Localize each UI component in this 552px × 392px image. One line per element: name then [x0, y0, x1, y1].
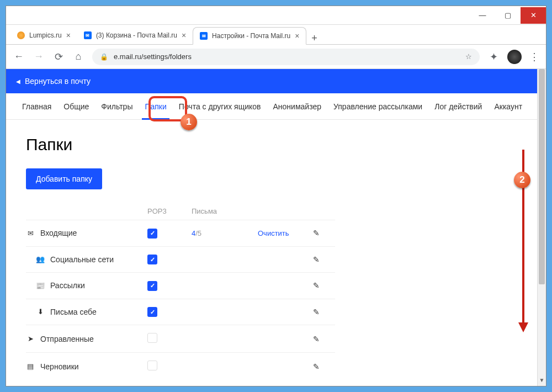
- folder-name-cell: ✉Входящие: [26, 229, 147, 237]
- page-title: Папки: [26, 135, 517, 154]
- table-row: ▤Черновики✎: [26, 352, 335, 380]
- browser-tab[interactable]: ✉ Настройки - Почта Mail.ru ×: [193, 27, 306, 45]
- home-icon[interactable]: ⌂: [72, 51, 84, 62]
- edit-icon[interactable]: ✎: [313, 281, 335, 290]
- folder-name-cell: ➤Отправленные: [26, 335, 147, 343]
- add-folder-button[interactable]: Добавить папку: [26, 168, 102, 189]
- scrollbar[interactable]: ▲ ▼: [537, 69, 546, 386]
- tab-title: (3) Корзина - Почта Mail.ru: [96, 31, 177, 39]
- folder-icon: ▤: [26, 362, 35, 370]
- close-tab-icon[interactable]: ×: [182, 31, 186, 40]
- settings-tabs: ГлавнаяОбщиеФильтрыПапкиПочта с других я…: [6, 93, 537, 120]
- settings-tab-лог действий[interactable]: Лог действий: [428, 93, 488, 120]
- col-pop3: POP3: [147, 207, 192, 215]
- settings-tab-папки[interactable]: Папки: [139, 93, 172, 120]
- window-titlebar: — ▢ ✕: [6, 6, 546, 25]
- folder-name: Рассылки: [50, 281, 85, 290]
- settings-tab-главная[interactable]: Главная: [16, 93, 57, 120]
- folder-icon: 👥: [36, 255, 45, 263]
- folder-name-cell: 👥Социальные сети: [26, 255, 147, 264]
- menu-icon[interactable]: ⋮: [529, 51, 539, 63]
- pop3-checkbox[interactable]: [147, 333, 157, 343]
- url-text: e.mail.ru/settings/folders: [114, 52, 192, 61]
- minimize-button[interactable]: —: [470, 7, 495, 24]
- table-row: ➤Отправленные✎: [26, 325, 335, 352]
- return-label: Вернуться в почту: [25, 77, 91, 86]
- back-triangle-icon: ◀: [16, 78, 20, 84]
- profile-avatar[interactable]: [507, 50, 522, 64]
- folder-name-cell: ▤Черновики: [26, 362, 147, 371]
- browser-tab[interactable]: Lumpics.ru ×: [10, 27, 77, 44]
- page-content: ◀ Вернуться в почту ГлавнаяОбщиеФильтрыП…: [6, 69, 537, 386]
- edit-icon[interactable]: ✎: [313, 335, 335, 343]
- settings-tab-управление рассылками[interactable]: Управление рассылками: [327, 93, 428, 120]
- settings-tab-фильтры[interactable]: Фильтры: [95, 93, 139, 120]
- folder-name: Письма себе: [50, 308, 97, 316]
- scroll-thumb[interactable]: [539, 69, 545, 284]
- pop3-checkbox[interactable]: ✓: [147, 255, 157, 264]
- pop3-checkbox[interactable]: [147, 361, 157, 370]
- table-row: 👥Социальные сети✓✎: [26, 246, 335, 273]
- tab-title: Настройки - Почта Mail.ru: [212, 32, 290, 40]
- reload-icon[interactable]: ⟳: [52, 51, 65, 63]
- browser-toolbar: ← → ⟳ ⌂ 🔒 e.mail.ru/settings/folders ☆ ✦…: [6, 45, 546, 69]
- folder-icon: ✉: [26, 229, 35, 237]
- folder-icon: ➤: [26, 335, 35, 343]
- annotation-arrowhead: [518, 322, 528, 332]
- favicon-icon: ✉: [200, 32, 208, 40]
- settings-tab-аккаунт[interactable]: Аккаунт: [488, 93, 528, 120]
- folders-table: POP3 Письма ✉Входящие✓4/5Очистить✎👥Социа…: [26, 203, 335, 380]
- col-letters: Письма: [192, 207, 258, 215]
- maximize-button[interactable]: ▢: [495, 7, 521, 24]
- new-tab-button[interactable]: +: [306, 33, 322, 44]
- folder-name: Входящие: [40, 229, 77, 237]
- forward-icon[interactable]: →: [33, 51, 45, 62]
- settings-tab-общие[interactable]: Общие: [57, 93, 95, 120]
- browser-tabstrip: Lumpics.ru × ✉ (3) Корзина - Почта Mail.…: [6, 25, 546, 45]
- return-banner[interactable]: ◀ Вернуться в почту: [6, 69, 537, 93]
- folder-name-cell: ⬇Письма себе: [26, 308, 147, 316]
- folder-icon: 📰: [36, 282, 45, 290]
- favicon-icon: ✉: [84, 31, 92, 39]
- edit-icon[interactable]: ✎: [313, 308, 335, 316]
- table-row: 📰Рассылки✓✎: [26, 272, 335, 299]
- edit-icon[interactable]: ✎: [313, 229, 335, 237]
- star-icon[interactable]: ☆: [465, 52, 472, 61]
- folder-name: Отправленные: [40, 335, 94, 343]
- settings-tab-анонимайзер[interactable]: Анонимайзер: [267, 93, 327, 120]
- annotation-badge: 2: [514, 172, 530, 188]
- edit-icon[interactable]: ✎: [313, 362, 335, 371]
- close-tab-icon[interactable]: ×: [295, 31, 299, 40]
- tab-title: Lumpics.ru: [29, 31, 62, 39]
- pop3-checkbox[interactable]: ✓: [147, 281, 157, 291]
- table-row: ⬇Письма себе✓✎: [26, 299, 335, 325]
- browser-tab[interactable]: ✉ (3) Корзина - Почта Mail.ru ×: [77, 27, 193, 44]
- close-button[interactable]: ✕: [521, 7, 546, 24]
- table-row: ✉Входящие✓4/5Очистить✎: [26, 220, 335, 246]
- annotation-badge: 1: [181, 114, 197, 130]
- back-icon[interactable]: ←: [13, 51, 25, 62]
- lock-icon: 🔒: [100, 53, 108, 61]
- pop3-checkbox[interactable]: ✓: [147, 229, 157, 239]
- clear-link[interactable]: Очистить: [258, 229, 313, 237]
- pop3-checkbox[interactable]: ✓: [147, 307, 157, 317]
- letters-count: 4/5: [192, 229, 258, 237]
- folder-icon: ⬇: [36, 308, 45, 316]
- edit-icon[interactable]: ✎: [313, 255, 335, 264]
- extensions-icon[interactable]: ✦: [487, 51, 500, 63]
- scroll-down-icon[interactable]: ▼: [538, 377, 546, 386]
- folder-name: Социальные сети: [50, 255, 114, 264]
- folder-name-cell: 📰Рассылки: [26, 281, 147, 290]
- address-bar[interactable]: 🔒 e.mail.ru/settings/folders ☆: [92, 49, 480, 65]
- favicon-icon: [17, 31, 25, 39]
- close-tab-icon[interactable]: ×: [66, 31, 71, 40]
- folder-name: Черновики: [40, 362, 79, 371]
- table-header: POP3 Письма: [26, 203, 335, 220]
